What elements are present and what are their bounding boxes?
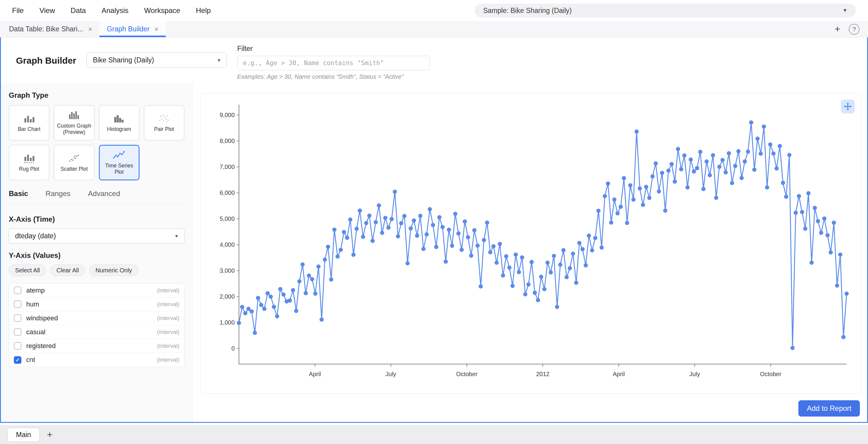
checkbox-casual[interactable] — [14, 328, 22, 336]
field-row-casual[interactable]: casual (interval) — [9, 325, 184, 339]
field-row-hum[interactable]: hum (interval) — [9, 297, 184, 311]
sample-dataset-selector[interactable]: Sample: Bike Sharing (Daily) ▼ — [475, 4, 856, 18]
data-point — [660, 171, 664, 175]
pan-tool-button[interactable] — [841, 99, 855, 113]
data-point — [243, 311, 247, 315]
add-workspace-icon[interactable]: + — [47, 429, 53, 440]
y-tick-label: 7,000 — [220, 164, 235, 170]
data-point — [740, 176, 744, 180]
x-tick-label: July — [385, 371, 396, 377]
x-tick-label: October — [760, 371, 781, 377]
x-tick-label: April — [309, 371, 321, 377]
field-row-registered[interactable]: registered (interval) — [9, 339, 184, 353]
dataset-select[interactable]: Bike Sharing (Daily) ▼ — [87, 53, 227, 67]
checkbox-registered[interactable] — [14, 342, 22, 350]
time-series-plot[interactable]: 01,0002,0003,0004,0005,0006,0007,0008,00… — [204, 97, 857, 390]
data-point — [790, 346, 795, 350]
tab-advanced[interactable]: Advanced — [88, 189, 120, 198]
y-tick-label: 9,000 — [220, 112, 235, 118]
tab-data-table[interactable]: Data Table: Bike Shari... × — [2, 21, 99, 37]
graph-type-scatter-plot[interactable]: Scatter Plot — [54, 145, 94, 180]
data-point — [253, 331, 257, 335]
field-type: (interval) — [157, 315, 179, 322]
graph-type-pair-plot[interactable]: Pair Plot — [144, 105, 184, 141]
data-point — [444, 259, 448, 264]
data-point — [383, 216, 387, 220]
data-point — [399, 221, 403, 225]
graph-type-rug-plot[interactable]: Rug Plot — [9, 145, 50, 180]
checkbox-hum[interactable] — [14, 300, 22, 308]
data-point — [631, 198, 636, 202]
menu-data[interactable]: Data — [70, 6, 86, 15]
select-all-button[interactable]: Select All — [9, 265, 46, 276]
add-to-report-button[interactable]: Add to Report — [798, 400, 860, 417]
filter-label: Filter — [237, 45, 430, 53]
time-series-icon — [113, 150, 126, 160]
graph-type-grid: Bar Chart Custom Graph (Preview) Hi — [9, 105, 184, 180]
data-point — [275, 314, 279, 319]
data-point — [514, 253, 518, 257]
data-point — [650, 174, 655, 179]
close-icon[interactable]: × — [154, 25, 158, 33]
chevron-down-icon: ▼ — [842, 7, 847, 13]
data-point — [269, 294, 273, 299]
menu-workspace[interactable]: Workspace — [144, 6, 180, 15]
data-point — [495, 261, 499, 265]
tab-ranges[interactable]: Ranges — [45, 189, 70, 198]
workspace-tab-main[interactable]: Main — [7, 428, 40, 442]
data-point — [240, 305, 244, 309]
field-name: registered — [26, 342, 56, 350]
data-point — [841, 335, 846, 339]
filter-input[interactable] — [237, 56, 430, 70]
data-point — [838, 253, 842, 257]
checkbox-cnt[interactable] — [14, 356, 22, 364]
data-point — [603, 194, 607, 198]
y-tick-label: 2,000 — [220, 293, 235, 300]
page-title: Graph Builder — [16, 56, 76, 66]
data-point — [364, 221, 368, 225]
data-point — [641, 203, 645, 207]
menu-help[interactable]: Help — [196, 6, 211, 15]
tab-basic[interactable]: Basic — [9, 189, 28, 198]
data-point — [794, 211, 798, 215]
graph-type-time-series[interactable]: Time Series Plot — [99, 145, 140, 180]
data-point — [278, 287, 282, 291]
data-point — [475, 243, 480, 248]
help-icon[interactable]: ? — [849, 24, 860, 35]
field-row-windspeed[interactable]: windspeed (interval) — [9, 311, 184, 325]
menu-file[interactable]: File — [12, 6, 24, 15]
data-point — [695, 166, 699, 170]
menu-analysis[interactable]: Analysis — [101, 6, 128, 15]
data-point — [762, 125, 766, 129]
graph-type-label-text: Scatter Plot — [61, 166, 88, 172]
data-point — [682, 153, 687, 158]
data-point — [803, 227, 807, 231]
new-tab-icon[interactable]: + — [835, 24, 840, 35]
x-axis-label: X-Axis (Time) — [9, 215, 184, 224]
data-point — [552, 254, 556, 258]
x-axis-select[interactable]: dteday (date) ▼ — [9, 228, 184, 243]
data-point — [345, 236, 349, 240]
data-point — [590, 248, 594, 253]
menu-view[interactable]: View — [39, 6, 55, 15]
graph-type-bar-chart[interactable]: Bar Chart — [9, 105, 50, 141]
field-row-atemp[interactable]: atemp (interval) — [9, 284, 184, 297]
x-tick-label: April — [613, 371, 625, 377]
data-point — [291, 288, 295, 292]
tab-graph-builder[interactable]: Graph Builder × — [99, 21, 166, 37]
checkbox-atemp[interactable] — [14, 287, 22, 294]
data-point — [765, 185, 769, 189]
numeric-only-button[interactable]: Numeric Only — [89, 265, 138, 276]
tab-graph-builder-label: Graph Builder — [107, 25, 150, 33]
data-point — [546, 261, 550, 265]
y-tick-label: 1,000 — [220, 319, 235, 326]
data-point — [266, 291, 270, 295]
clear-all-button[interactable]: Clear All — [50, 265, 85, 276]
field-row-cnt[interactable]: cnt (interval) — [9, 353, 184, 367]
data-point — [530, 260, 534, 264]
graph-type-custom-graph[interactable]: Custom Graph (Preview) — [54, 105, 94, 141]
graph-type-histogram[interactable]: Histogram — [99, 105, 140, 141]
data-point — [647, 196, 652, 200]
checkbox-windspeed[interactable] — [14, 314, 22, 322]
close-icon[interactable]: × — [88, 25, 92, 33]
